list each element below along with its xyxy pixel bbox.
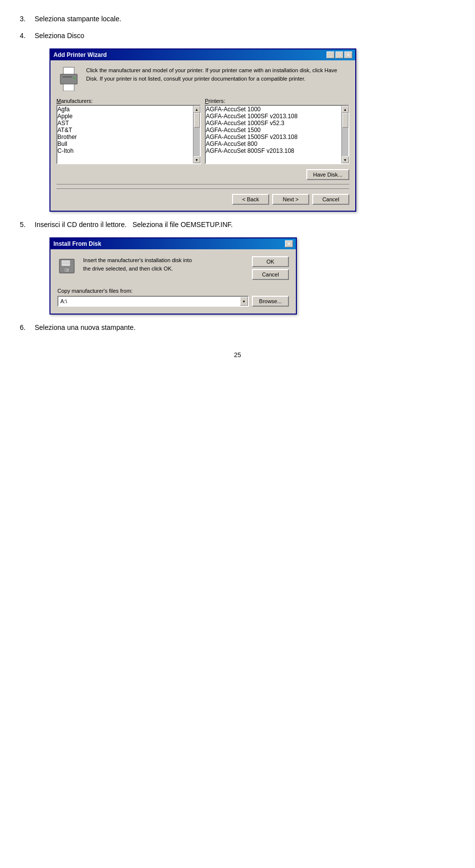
install-titlebar-controls: × [285,240,293,247]
scroll-track [342,113,348,156]
next-button[interactable]: Next > [272,194,309,205]
titlebar-controls: _ □ × [327,51,352,58]
list-item[interactable]: AT&T [57,127,193,134]
printers-scrollbar[interactable]: ▲ ▼ [341,106,348,163]
install-desc-line1: Insert the manufacturer's installation d… [83,256,246,265]
browse-button[interactable]: Browse... [252,296,289,307]
back-button[interactable]: < Back [232,194,269,205]
step-4-number: 4. [20,32,35,40]
wizard-title: Add Printer Wizard [53,51,107,58]
list-item[interactable]: AGFA-AccuSet 800 [206,140,341,147]
printers-section: Printers: AGFA-AccuSet 1000 AGFA-AccuSet… [205,98,349,164]
install-title: Install From Disk [53,240,101,247]
step-5-number: 5. [20,221,35,228]
manufacturers-scrollbar[interactable]: ▲ ▼ [193,106,200,163]
svg-rect-6 [61,260,70,266]
cancel-button[interactable]: Cancel [252,269,289,280]
wizard-body: Click the manufacturer and model of your… [50,60,355,211]
add-printer-wizard-dialog: Add Printer Wizard _ □ × [49,48,356,212]
maximize-button[interactable]: □ [335,51,343,58]
step-4-text: Seleziona Disco [35,32,84,40]
scroll-track [193,113,200,156]
printer-icon [56,66,81,91]
page-number: 25 [20,351,455,359]
scroll-thumb[interactable] [342,113,348,128]
install-titlebar: Install From Disk × [50,238,296,249]
wizard-navigation: < Back Next > Cancel [56,188,349,205]
disk-icon [57,256,77,276]
scroll-up-button[interactable]: ▲ [193,106,200,113]
drive-value: A:\ [58,297,240,305]
drive-dropdown[interactable]: A:\ ▼ [57,296,249,307]
svg-rect-1 [60,74,77,84]
list-item[interactable]: AGFA-AccuSet 800SF v2013.108 [206,147,341,154]
manufacturers-label-text: anufacturers: [61,98,93,104]
printers-label-text: rinters: [208,98,225,104]
svg-rect-2 [63,84,74,91]
copy-from-row: A:\ ▼ Browse... [57,296,289,307]
step-5-text: Inserisci il CD dentro il lettore. Selez… [35,221,233,228]
scroll-down-button[interactable]: ▼ [193,156,200,163]
manufacturers-list-content: Agfa Apple AST AT&T Brother Bull C-Itoh [57,106,193,163]
svg-rect-7 [64,268,69,272]
install-body: Insert the manufacturer's installation d… [50,249,296,314]
install-from-disk-dialog: Install From Disk × [49,237,297,315]
wizard-description: Click the manufacturer and model of your… [86,66,349,83]
copy-from-section: Copy manufacturer's files from: A:\ ▼ Br… [57,288,289,307]
step-3: 3. Seleziona stampante locale. [20,15,455,23]
list-item[interactable]: AGFA-AccuSet 1000 [206,106,341,113]
install-desc-line2: the drive selected, and then click OK. [83,265,246,273]
list-item[interactable]: AGFA-AccuSet 1500 [206,127,341,134]
printers-label: Printers: [205,98,349,104]
install-description: Insert the manufacturer's installation d… [83,256,246,273]
list-item[interactable]: AGFA-AccuSet 1000SF v52.3 [206,120,341,127]
ok-button[interactable]: OK [252,256,289,267]
copy-from-label: Copy manufacturer's files from: [57,288,289,294]
list-item[interactable]: C-Itoh [57,147,193,154]
list-item[interactable]: Brother [57,134,193,140]
step-5: 5. Inserisci il CD dentro il lettore. Se… [20,221,455,228]
step-4: 4. Seleziona Disco [20,32,455,40]
have-disk-button[interactable]: Have Disk... [306,169,349,180]
list-item[interactable]: Apple [57,113,193,120]
dropdown-arrow-icon[interactable]: ▼ [240,297,248,306]
printers-listbox[interactable]: AGFA-AccuSet 1000 AGFA-AccuSet 1000SF v2… [205,105,349,164]
have-disk-row: Have Disk... [56,169,349,180]
list-item[interactable]: Agfa [57,106,193,113]
step-6-text: Seleziona una nuova stampante. [35,323,136,331]
install-top-row: Insert the manufacturer's installation d… [57,256,289,280]
list-item[interactable]: Bull [57,140,193,147]
install-right-buttons: OK Cancel [252,256,289,280]
step-3-number: 3. [20,15,35,23]
close-button[interactable]: × [344,51,352,58]
step-6-number: 6. [20,323,35,331]
step-3-text: Seleziona stampante locale. [35,15,121,23]
step-6: 6. Seleziona una nuova stampante. [20,323,455,331]
printers-list-content: AGFA-AccuSet 1000 AGFA-AccuSet 1000SF v2… [206,106,341,163]
svg-point-3 [73,77,75,79]
scroll-up-button[interactable]: ▲ [342,106,349,113]
wizard-titlebar: Add Printer Wizard _ □ × [50,49,355,60]
wizard-top-section: Click the manufacturer and model of your… [56,66,349,91]
manufacturers-section: Manufacturers: Agfa Apple AST AT&T Broth… [56,98,201,164]
svg-rect-4 [62,76,72,78]
separator [56,184,349,184]
list-item[interactable]: AGFA-AccuSet 1500SF v2013.108 [206,134,341,140]
minimize-button[interactable]: _ [327,51,334,58]
manufacturers-listbox[interactable]: Agfa Apple AST AT&T Brother Bull C-Itoh … [56,105,201,164]
list-item[interactable]: AGFA-AccuSet 1000SF v2013.108 [206,113,341,120]
svg-rect-8 [65,269,66,271]
manufacturers-label: Manufacturers: [56,98,201,104]
install-close-button[interactable]: × [285,240,293,247]
wizard-lists-row: Manufacturers: Agfa Apple AST AT&T Broth… [56,98,349,164]
cancel-button[interactable]: Cancel [312,194,349,205]
scroll-down-button[interactable]: ▼ [342,156,349,163]
list-item[interactable]: AST [57,120,193,127]
scroll-thumb[interactable] [194,113,200,128]
